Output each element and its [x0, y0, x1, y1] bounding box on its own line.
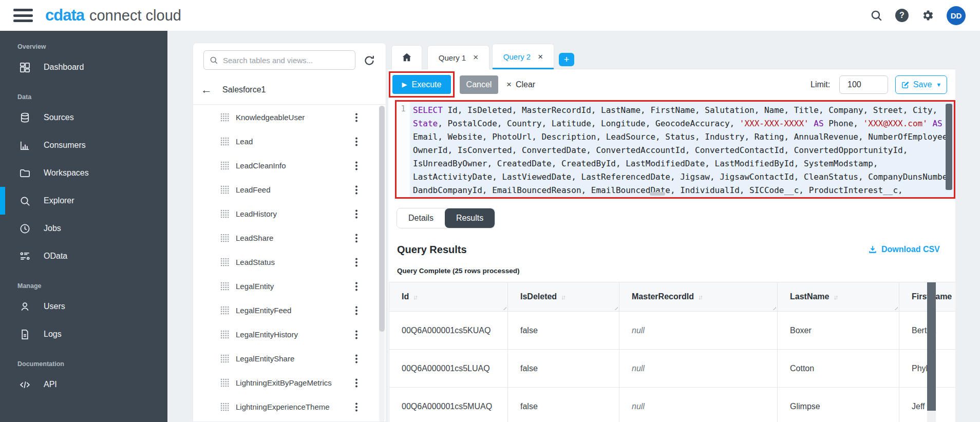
sidebar-item-users[interactable]: Users [0, 293, 167, 320]
sort-icon[interactable]: ↓↑ [561, 293, 564, 301]
sidebar-item-label: API [44, 380, 57, 389]
results-table-scrollbar[interactable] [927, 282, 936, 422]
column-label: LastName [790, 292, 829, 301]
download-icon [868, 245, 877, 254]
help-icon[interactable]: ? [895, 9, 909, 22]
add-tab-button[interactable]: + [559, 53, 574, 66]
cancel-button[interactable]: Cancel [460, 75, 498, 94]
table-list-item[interactable]: LeadFeed [193, 178, 379, 202]
sort-icon[interactable]: ↓↑ [413, 293, 417, 301]
sql-line: State, PostalCode, Country, Latitude, Lo… [413, 117, 950, 130]
save-button[interactable]: Save ▼ [895, 75, 947, 94]
kebab-menu-icon[interactable] [352, 402, 361, 412]
kebab-menu-icon[interactable] [352, 161, 361, 171]
table-list-item[interactable]: LegalEntityShare [193, 347, 379, 371]
results-table: Id↓↑IsDeleted↓↑MasterRecordId↓↑LastName↓… [389, 282, 955, 422]
execute-annotation-box: ▶ Execute [389, 71, 455, 98]
hamburger-menu-icon[interactable] [13, 9, 36, 22]
table-list-item[interactable]: LeadShare [193, 226, 379, 250]
sidebar-item-label: Dashboard [44, 63, 84, 72]
editor-horizontal-scrollbar[interactable] [650, 192, 665, 196]
kebab-menu-icon[interactable] [352, 305, 361, 316]
tab-query-2[interactable]: Query 2× [492, 44, 554, 69]
sort-icon[interactable]: ↓↑ [833, 293, 837, 301]
table-name: LegalEntityShare [236, 354, 346, 363]
sidebar-item-dashboard[interactable]: Dashboard [0, 53, 167, 81]
table-list-item[interactable]: LegalEntity [193, 274, 379, 298]
table-cell: 00Q6A000001cs5KUAQ [389, 312, 508, 350]
top-header: cdata connect cloud ? DD [0, 0, 980, 31]
back-arrow-icon[interactable]: ← [201, 84, 212, 95]
table-list-item[interactable]: LeadHistory [193, 202, 379, 226]
view-tab-results[interactable]: Results [445, 208, 495, 228]
kebab-menu-icon[interactable] [352, 137, 361, 147]
kebab-menu-icon[interactable] [352, 257, 361, 267]
editor-vertical-scrollbar[interactable] [946, 104, 952, 190]
close-icon[interactable]: × [538, 52, 543, 62]
execute-button[interactable]: ▶ Execute [392, 75, 451, 94]
table-cell: null [619, 350, 778, 388]
sidebar-item-sources[interactable]: Sources [0, 104, 167, 131]
kebab-menu-icon[interactable] [352, 330, 361, 340]
document-icon [19, 329, 31, 340]
table-list-item[interactable]: KnowledgeableUser [193, 105, 379, 129]
tab-home[interactable] [391, 45, 422, 69]
table-grid-icon [220, 330, 229, 339]
search-icon[interactable] [870, 9, 883, 22]
column-resize-handle[interactable] [893, 305, 898, 310]
user-icon [19, 301, 31, 313]
table-grid-icon [220, 258, 229, 266]
sidebar-item-consumers[interactable]: Consumers [0, 131, 167, 159]
view-tab-details[interactable]: Details [397, 208, 445, 228]
kebab-menu-icon[interactable] [352, 281, 361, 292]
kebab-menu-icon[interactable] [352, 185, 361, 195]
tables-scrollbar[interactable] [379, 106, 385, 422]
table-list-item[interactable]: LightningExperienceTheme [193, 395, 379, 419]
tables-search-box[interactable] [203, 50, 355, 70]
limit-label: Limit: [811, 80, 830, 89]
sidebar-item-jobs[interactable]: Jobs [0, 215, 167, 242]
table-cell: 00Q6A000001cs5LUAQ [389, 350, 508, 388]
sidebar-item-workspaces[interactable]: Workspaces [0, 159, 167, 187]
connection-header: ← Salesforce1 [193, 75, 386, 105]
table-name: KnowledgeableUser [236, 113, 346, 122]
sort-icon[interactable]: ↓↑ [698, 293, 702, 301]
column-header-masterrecordid[interactable]: MasterRecordId↓↑ [619, 282, 778, 312]
download-csv-link[interactable]: Download CSV [868, 245, 940, 254]
table-list-item[interactable]: LightningExitByPageMetrics [193, 371, 379, 395]
table-grid-icon [220, 378, 229, 387]
kebab-menu-icon[interactable] [352, 354, 361, 364]
table-list-item[interactable]: LegalEntityHistory [193, 322, 379, 347]
column-header-isdeleted[interactable]: IsDeleted↓↑ [508, 282, 619, 312]
tables-search-input[interactable] [223, 56, 350, 65]
column-resize-handle[interactable] [501, 305, 506, 310]
table-name: LightningExperienceTheme [236, 402, 346, 411]
sidebar-item-logs[interactable]: Logs [0, 320, 167, 348]
kebab-menu-icon[interactable] [352, 112, 361, 123]
column-resize-handle[interactable] [613, 305, 618, 310]
table-list-item[interactable]: Lead [193, 129, 379, 154]
tab-query-1[interactable]: Query 1× [427, 45, 489, 69]
kebab-menu-icon[interactable] [352, 233, 361, 243]
table-grid-icon [220, 137, 229, 146]
clear-button[interactable]: × Clear [506, 78, 535, 92]
close-icon[interactable]: × [473, 52, 478, 63]
sql-editor[interactable]: 1 SELECT Id, IsDeleted, MasterRecordId, … [397, 102, 954, 197]
user-avatar[interactable]: DD [947, 6, 966, 25]
column-label: IsDeleted [520, 292, 557, 301]
table-list-item[interactable]: LeadCleanInfo [193, 154, 379, 178]
table-list-item[interactable]: LeadStatus [193, 250, 379, 274]
kebab-menu-icon[interactable] [352, 209, 361, 219]
connection-name: Salesforce1 [222, 85, 266, 94]
settings-gear-icon[interactable] [921, 9, 934, 22]
limit-input[interactable] [839, 75, 888, 94]
column-resize-handle[interactable] [771, 305, 776, 310]
refresh-icon[interactable] [363, 54, 376, 68]
column-header-id[interactable]: Id↓↑ [389, 282, 508, 312]
sidebar-item-explorer[interactable]: Explorer [0, 187, 167, 215]
column-header-lastname[interactable]: LastName↓↑ [778, 282, 899, 312]
sidebar-item-api[interactable]: API [0, 371, 167, 398]
sidebar-item-odata[interactable]: OData [0, 242, 167, 270]
table-list-item[interactable]: LegalEntityFeed [193, 298, 379, 322]
kebab-menu-icon[interactable] [352, 378, 361, 388]
